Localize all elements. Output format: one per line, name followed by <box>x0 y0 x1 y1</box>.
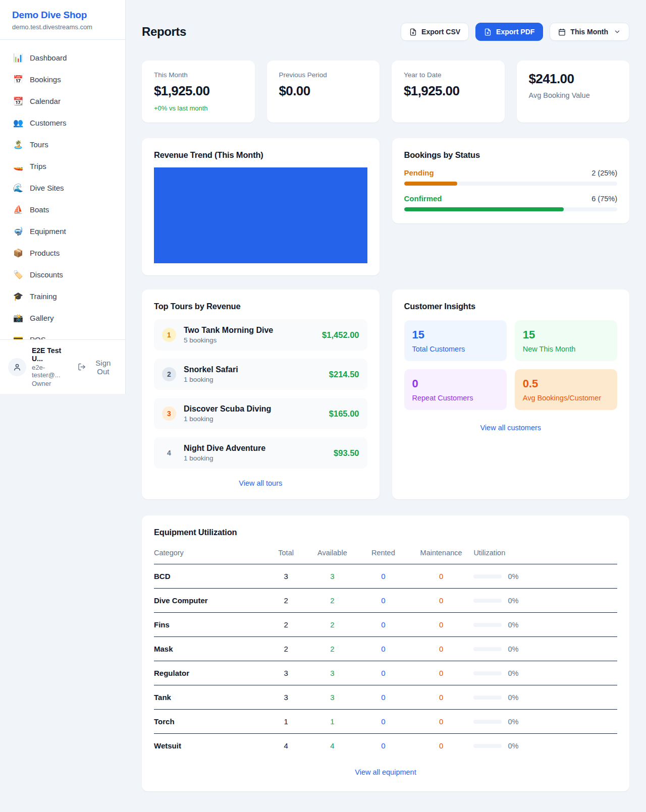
period-label: This Month <box>570 28 608 36</box>
sidebar-item-label: Discounts <box>30 270 63 279</box>
stat-card-avg-booking-value: $241.00 Avg Booking Value <box>517 61 630 123</box>
sidebar-item-customers[interactable]: 👥 Customers <box>7 112 118 134</box>
tour-row: 1 Two Tank Morning Dive 5 bookings $1,45… <box>154 319 367 351</box>
sidebar-item-label: Equipment <box>30 227 66 236</box>
status-row-pending: Pending 2 (25%) <box>404 168 618 186</box>
credit-card-icon: 💳 <box>13 336 23 340</box>
diving-mask-icon: 🤿 <box>13 227 23 236</box>
cell-total: 4 <box>265 734 307 758</box>
cell-maintenance: 0 <box>409 661 474 685</box>
sidebar-item-calendar[interactable]: 📆 Calendar <box>7 90 118 112</box>
customer-insights-card: Customer Insights 15 Total Customers 15 … <box>392 289 630 499</box>
chevron-down-icon <box>614 28 621 35</box>
bookings-by-status-card: Bookings by Status Pending 2 (25%) Confi… <box>392 138 630 223</box>
col-total: Total <box>265 544 307 564</box>
export-pdf-button[interactable]: Export PDF <box>475 23 543 41</box>
tile-repeat-customers: 0 Repeat Customers <box>404 369 507 410</box>
view-all-customers-link[interactable]: View all customers <box>404 424 618 432</box>
sidebar-item-gallery[interactable]: 📸 Gallery <box>7 307 118 329</box>
sidebar-item-boats[interactable]: ⛵ Boats <box>7 199 118 220</box>
cell-maintenance: 0 <box>409 710 474 734</box>
stat-label: Avg Booking Value <box>529 91 618 99</box>
col-category: Category <box>154 544 265 564</box>
sidebar-item-label: Calendar <box>30 97 61 105</box>
avatar <box>8 358 26 376</box>
package-icon: 📦 <box>13 249 23 257</box>
tour-name: Night Dive Adventure <box>184 444 265 453</box>
tour-name: Two Tank Morning Dive <box>184 326 273 335</box>
utilization-track <box>473 671 502 675</box>
cell-rented: 0 <box>358 734 409 758</box>
tour-bookings: 1 booking <box>184 454 265 462</box>
sidebar-user-section: E2E Test U... e2e-tester@... Owner Sign … <box>0 339 125 394</box>
sidebar-item-label: Dive Sites <box>30 184 64 192</box>
period-dropdown[interactable]: This Month <box>550 23 629 41</box>
table-row: Mask 2 2 0 0 0% <box>154 637 617 661</box>
bookings-by-status-title: Bookings by Status <box>404 150 618 160</box>
view-all-equipment-link[interactable]: View all equipment <box>154 768 617 776</box>
col-utilization: Utilization <box>473 544 617 564</box>
cell-available: 4 <box>307 734 358 758</box>
utilization-text: 0% <box>508 718 518 726</box>
cell-maintenance: 0 <box>409 734 474 758</box>
progress-fill-confirmed <box>404 207 564 211</box>
cell-rented: 0 <box>358 685 409 710</box>
cell-total: 3 <box>265 685 307 710</box>
cell-maintenance: 0 <box>409 564 474 589</box>
file-download-icon <box>409 28 417 36</box>
status-row-confirmed: Confirmed 6 (75%) <box>404 194 618 211</box>
sidebar-item-label: POS <box>30 335 46 339</box>
stat-label: Year to Date <box>404 71 493 79</box>
tour-row: 4 Night Dive Adventure 1 booking $93.50 <box>154 437 367 469</box>
stat-value: $0.00 <box>279 83 368 99</box>
export-csv-button[interactable]: Export CSV <box>401 23 469 41</box>
cell-total: 2 <box>265 637 307 661</box>
sidebar-item-tours[interactable]: 🏝️ Tours <box>7 134 118 155</box>
tour-name: Discover Scuba Diving <box>184 404 271 414</box>
sidebar-item-dashboard[interactable]: 📊 Dashboard <box>7 47 118 69</box>
tour-bookings: 5 bookings <box>184 336 273 344</box>
sidebar-item-products[interactable]: 📦 Products <box>7 242 118 264</box>
tile-avg-bookings: 0.5 Avg Bookings/Customer <box>515 369 617 410</box>
sidebar-item-trips[interactable]: 🚤 Trips <box>7 155 118 177</box>
sidebar-item-bookings[interactable]: 📅 Bookings <box>7 69 118 90</box>
sidebar-item-discounts[interactable]: 🏷️ Discounts <box>7 264 118 285</box>
rank-badge: 2 <box>162 367 176 381</box>
tour-amount: $93.50 <box>334 448 359 458</box>
equipment-utilization-card: Equipment Utilization Category Total Ava… <box>142 515 629 791</box>
cell-available: 2 <box>307 589 358 613</box>
sidebar-item-equipment[interactable]: 🤿 Equipment <box>7 220 118 242</box>
wave-icon: 🌊 <box>13 184 23 192</box>
utilization-track <box>473 647 502 651</box>
sidebar-item-training[interactable]: 🎓 Training <box>7 285 118 307</box>
dashboard-icon: 📊 <box>13 54 23 62</box>
tile-label: Repeat Customers <box>412 394 499 402</box>
logout-icon <box>78 363 86 371</box>
sidebar-item-label: Boats <box>30 205 49 214</box>
sidebar-item-label: Tours <box>30 140 48 149</box>
cell-total: 2 <box>265 613 307 637</box>
col-rented: Rented <box>358 544 409 564</box>
top-tours-card: Top Tours by Revenue 1 Two Tank Morning … <box>142 289 380 499</box>
stat-card-previous-period: Previous Period $0.00 <box>267 61 380 123</box>
col-maintenance: Maintenance <box>409 544 474 564</box>
cell-available: 3 <box>307 564 358 589</box>
rank-badge: 1 <box>162 328 176 342</box>
cell-category: Torch <box>154 710 265 734</box>
sign-out-button[interactable]: Sign Out <box>78 359 117 376</box>
status-label: Pending <box>404 168 434 177</box>
cell-maintenance: 0 <box>409 613 474 637</box>
status-value: 6 (75%) <box>591 195 617 203</box>
header-actions: Export CSV Export PDF This Month <box>401 23 629 41</box>
cell-rented: 0 <box>358 710 409 734</box>
utilization-track <box>473 720 502 724</box>
rank-badge: 4 <box>162 446 176 460</box>
view-all-tours-link[interactable]: View all tours <box>154 479 367 487</box>
sidebar-item-pos[interactable]: 💳 POS <box>7 329 118 339</box>
customers-icon: 👥 <box>13 119 23 127</box>
sidebar-item-dive-sites[interactable]: 🌊 Dive Sites <box>7 177 118 199</box>
cell-category: Fins <box>154 613 265 637</box>
utilization-track <box>473 695 502 700</box>
progress-track <box>404 182 618 186</box>
utilization-text: 0% <box>508 742 518 750</box>
